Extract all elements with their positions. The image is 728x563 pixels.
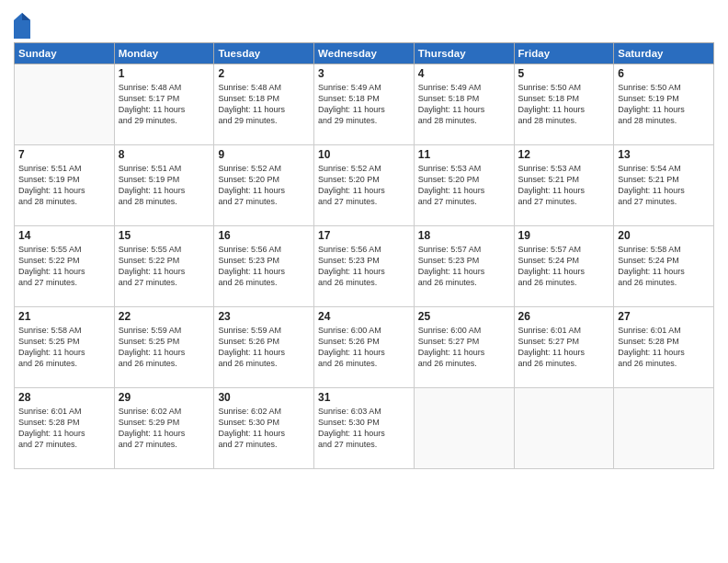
day-info: Sunrise: 6:01 AM Sunset: 5:27 PM Dayligh… [518,325,610,370]
day-number: 1 [119,67,210,80]
day-number: 12 [518,148,610,161]
header-cell-monday: Monday [114,43,214,64]
logo-icon [14,13,30,39]
day-cell: 23Sunrise: 5:59 AM Sunset: 5:26 PM Dayli… [214,307,314,388]
week-row-4: 21Sunrise: 5:58 AM Sunset: 5:25 PM Dayli… [15,307,714,388]
day-info: Sunrise: 6:02 AM Sunset: 5:29 PM Dayligh… [119,406,210,451]
calendar-body: 1Sunrise: 5:48 AM Sunset: 5:17 PM Daylig… [15,64,714,469]
day-cell: 4Sunrise: 5:49 AM Sunset: 5:18 PM Daylig… [414,64,514,145]
header-cell-thursday: Thursday [414,43,514,64]
day-info: Sunrise: 5:56 AM Sunset: 5:23 PM Dayligh… [318,244,410,289]
day-number: 22 [119,310,210,323]
calendar-header: SundayMondayTuesdayWednesdayThursdayFrid… [15,43,714,64]
week-row-3: 14Sunrise: 5:55 AM Sunset: 5:22 PM Dayli… [15,226,714,307]
day-cell [514,388,614,469]
day-cell: 15Sunrise: 5:55 AM Sunset: 5:22 PM Dayli… [114,226,214,307]
day-info: Sunrise: 5:55 AM Sunset: 5:22 PM Dayligh… [18,244,110,289]
day-number: 4 [418,67,510,80]
header-cell-wednesday: Wednesday [314,43,415,64]
day-info: Sunrise: 5:57 AM Sunset: 5:23 PM Dayligh… [418,244,510,289]
day-info: Sunrise: 5:49 AM Sunset: 5:18 PM Dayligh… [418,82,510,127]
day-number: 16 [218,229,310,242]
header [14,9,714,39]
day-number: 2 [218,67,310,80]
day-number: 11 [418,148,510,161]
header-row: SundayMondayTuesdayWednesdayThursdayFrid… [15,43,714,64]
day-cell: 6Sunrise: 5:50 AM Sunset: 5:19 PM Daylig… [614,64,714,145]
day-cell: 17Sunrise: 5:56 AM Sunset: 5:23 PM Dayli… [314,226,415,307]
day-cell: 24Sunrise: 6:00 AM Sunset: 5:26 PM Dayli… [314,307,415,388]
day-info: Sunrise: 6:03 AM Sunset: 5:30 PM Dayligh… [318,406,410,451]
day-number: 8 [119,148,210,161]
week-row-1: 1Sunrise: 5:48 AM Sunset: 5:17 PM Daylig… [15,64,714,145]
header-cell-sunday: Sunday [15,43,115,64]
header-cell-friday: Friday [514,43,614,64]
day-number: 7 [18,148,110,161]
day-info: Sunrise: 5:59 AM Sunset: 5:25 PM Dayligh… [119,325,210,370]
day-info: Sunrise: 5:57 AM Sunset: 5:24 PM Dayligh… [518,244,610,289]
day-number: 26 [518,310,610,323]
day-number: 14 [18,229,110,242]
day-number: 20 [618,229,710,242]
day-info: Sunrise: 6:00 AM Sunset: 5:26 PM Dayligh… [318,325,410,370]
week-row-2: 7Sunrise: 5:51 AM Sunset: 5:19 PM Daylig… [15,145,714,226]
week-row-5: 28Sunrise: 6:01 AM Sunset: 5:28 PM Dayli… [15,388,714,469]
day-cell: 2Sunrise: 5:48 AM Sunset: 5:18 PM Daylig… [214,64,314,145]
day-cell: 7Sunrise: 5:51 AM Sunset: 5:19 PM Daylig… [15,145,115,226]
day-number: 21 [18,310,110,323]
day-info: Sunrise: 5:50 AM Sunset: 5:18 PM Dayligh… [518,82,610,127]
day-cell: 31Sunrise: 6:03 AM Sunset: 5:30 PM Dayli… [314,388,415,469]
day-cell: 25Sunrise: 6:00 AM Sunset: 5:27 PM Dayli… [414,307,514,388]
calendar-table: SundayMondayTuesdayWednesdayThursdayFrid… [14,42,714,469]
day-number: 6 [618,67,710,80]
day-number: 15 [119,229,210,242]
day-info: Sunrise: 5:59 AM Sunset: 5:26 PM Dayligh… [218,325,310,370]
day-info: Sunrise: 5:50 AM Sunset: 5:19 PM Dayligh… [618,82,710,127]
day-info: Sunrise: 5:53 AM Sunset: 5:21 PM Dayligh… [518,163,610,208]
day-cell: 16Sunrise: 5:56 AM Sunset: 5:23 PM Dayli… [214,226,314,307]
day-info: Sunrise: 5:58 AM Sunset: 5:25 PM Dayligh… [18,325,110,370]
day-cell: 12Sunrise: 5:53 AM Sunset: 5:21 PM Dayli… [514,145,614,226]
day-info: Sunrise: 5:54 AM Sunset: 5:21 PM Dayligh… [618,163,710,208]
day-info: Sunrise: 6:01 AM Sunset: 5:28 PM Dayligh… [18,406,110,451]
day-number: 9 [218,148,310,161]
day-number: 17 [318,229,410,242]
day-info: Sunrise: 5:49 AM Sunset: 5:18 PM Dayligh… [318,82,410,127]
day-number: 24 [318,310,410,323]
day-cell: 19Sunrise: 5:57 AM Sunset: 5:24 PM Dayli… [514,226,614,307]
day-info: Sunrise: 6:02 AM Sunset: 5:30 PM Dayligh… [218,406,310,451]
day-number: 25 [418,310,510,323]
logo [14,13,33,39]
day-cell: 30Sunrise: 6:02 AM Sunset: 5:30 PM Dayli… [214,388,314,469]
day-cell: 20Sunrise: 5:58 AM Sunset: 5:24 PM Dayli… [614,226,714,307]
day-info: Sunrise: 5:51 AM Sunset: 5:19 PM Dayligh… [18,163,110,208]
day-cell: 26Sunrise: 6:01 AM Sunset: 5:27 PM Dayli… [514,307,614,388]
day-info: Sunrise: 5:52 AM Sunset: 5:20 PM Dayligh… [318,163,410,208]
day-cell: 29Sunrise: 6:02 AM Sunset: 5:29 PM Dayli… [114,388,214,469]
day-number: 13 [618,148,710,161]
day-info: Sunrise: 5:48 AM Sunset: 5:17 PM Dayligh… [119,82,210,127]
day-cell: 3Sunrise: 5:49 AM Sunset: 5:18 PM Daylig… [314,64,415,145]
header-cell-tuesday: Tuesday [214,43,314,64]
day-cell [614,388,714,469]
day-number: 28 [18,391,110,404]
day-number: 29 [119,391,210,404]
svg-marker-1 [22,13,30,20]
day-info: Sunrise: 6:01 AM Sunset: 5:28 PM Dayligh… [618,325,710,370]
day-number: 23 [218,310,310,323]
day-number: 19 [518,229,610,242]
day-cell: 9Sunrise: 5:52 AM Sunset: 5:20 PM Daylig… [214,145,314,226]
day-number: 3 [318,67,410,80]
day-cell: 11Sunrise: 5:53 AM Sunset: 5:20 PM Dayli… [414,145,514,226]
day-cell: 27Sunrise: 6:01 AM Sunset: 5:28 PM Dayli… [614,307,714,388]
day-info: Sunrise: 6:00 AM Sunset: 5:27 PM Dayligh… [418,325,510,370]
day-number: 27 [618,310,710,323]
day-cell: 5Sunrise: 5:50 AM Sunset: 5:18 PM Daylig… [514,64,614,145]
day-info: Sunrise: 5:58 AM Sunset: 5:24 PM Dayligh… [618,244,710,289]
day-cell: 28Sunrise: 6:01 AM Sunset: 5:28 PM Dayli… [15,388,115,469]
day-info: Sunrise: 5:51 AM Sunset: 5:19 PM Dayligh… [119,163,210,208]
day-info: Sunrise: 5:56 AM Sunset: 5:23 PM Dayligh… [218,244,310,289]
day-number: 31 [318,391,410,404]
day-cell: 8Sunrise: 5:51 AM Sunset: 5:19 PM Daylig… [114,145,214,226]
page: SundayMondayTuesdayWednesdayThursdayFrid… [0,0,728,563]
